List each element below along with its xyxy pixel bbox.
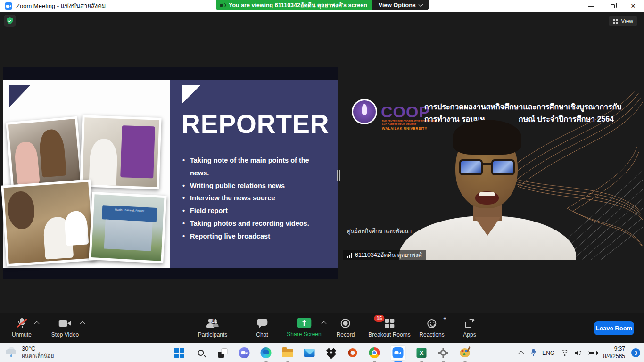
chevron-down-icon: [418, 2, 423, 7]
rain-cloud-icon: [5, 346, 18, 358]
apps-button[interactable]: Apps: [463, 318, 476, 338]
paint-icon[interactable]: [459, 347, 471, 359]
notification-badge[interactable]: 3: [631, 348, 640, 357]
view-layout-button[interactable]: View: [609, 16, 637, 26]
language-indicator[interactable]: ENG: [542, 350, 554, 356]
panel-resize-handle[interactable]: [336, 169, 341, 182]
battery-icon[interactable]: [588, 351, 597, 355]
search-button[interactable]: [195, 347, 207, 359]
zoom-window-icon: [5, 2, 12, 10]
slide-bullet-list: Taking note of the main points of the ne…: [182, 154, 324, 243]
participant-name-tag: 61110342อัดดีน ตุลยาพงศ์: [343, 250, 426, 260]
participants-count: 11: [211, 318, 217, 324]
slide-photo-panel: Radio Thailand, Phuket: [3, 80, 170, 268]
record-icon: [341, 319, 350, 328]
audio-speaker-icon: [220, 2, 226, 8]
security-shield-icon[interactable]: [4, 15, 16, 27]
file-explorer-icon[interactable]: [282, 347, 294, 359]
breakout-rooms-icon: [385, 319, 394, 328]
viewing-text: You are viewing 61110342อัดดีน ตุลยาพงศ์…: [229, 0, 367, 10]
breakout-rooms-badge: 15: [374, 315, 384, 322]
bullet-item: Writing public relations news: [182, 180, 324, 192]
record-button[interactable]: Record: [337, 318, 355, 338]
leave-room-button[interactable]: Leave Room: [594, 321, 634, 335]
meeting-stage: View Radio Thailand, Phuket REPORTER: [0, 12, 644, 343]
screen: Zoom Meeting - แข่งขันสายสังคม ✕ You are…: [0, 0, 644, 362]
teams-chat-icon[interactable]: [239, 347, 250, 359]
viewing-indicator: You are viewing 61110342อัดดีน ตุลยาพงศ์…: [216, 0, 372, 10]
photo-interview: [6, 116, 83, 189]
restore-button[interactable]: [604, 0, 620, 12]
building-facade: [104, 220, 153, 251]
screen-share-banner: You are viewing 61110342อัดดีน ตุลยาพงศ์…: [216, 0, 429, 10]
unmute-options-caret[interactable]: [34, 321, 39, 326]
close-button[interactable]: ✕: [625, 0, 641, 12]
grid-view-icon: [613, 19, 618, 24]
excel-icon[interactable]: X: [416, 347, 428, 359]
office-icon[interactable]: [347, 347, 359, 359]
windows-taskbar: 30°C ฝนตกเล็กน้อย X ENG: [0, 343, 644, 362]
view-button-label: View: [621, 18, 633, 25]
participant-name: 61110342อัดดีน ตุลยาพงศ์: [355, 250, 422, 260]
breakout-rooms-button[interactable]: 15 Breakout Rooms: [368, 318, 410, 338]
view-options-button[interactable]: View Options: [372, 0, 429, 10]
unmute-button[interactable]: Unmute: [12, 318, 32, 338]
corner-triangle-decoration: [182, 85, 200, 104]
apps-icon: [465, 319, 474, 328]
stop-video-button[interactable]: Stop Video: [51, 318, 79, 338]
slide-title: REPORTER: [182, 109, 330, 139]
corner-triangle-decoration: [9, 85, 30, 107]
tray-overflow-chevron[interactable]: [518, 351, 524, 357]
video-camera-icon: [59, 320, 71, 327]
window-title: Zoom Meeting - แข่งขันสายสังคม: [16, 0, 106, 12]
chat-bubble-icon: [257, 319, 267, 328]
chat-button[interactable]: Chat: [256, 318, 268, 338]
weather-temperature: 30°C: [22, 345, 54, 353]
tray-microphone-icon[interactable]: [530, 349, 536, 357]
start-button[interactable]: [173, 347, 185, 359]
shared-screen-slide: Radio Thailand, Phuket REPORTER Taking n…: [3, 67, 338, 279]
meeting-toolbar: Unmute Stop Video 11 Participants Chat: [0, 313, 644, 343]
video-options-caret[interactable]: [80, 321, 85, 326]
taskbar-weather-widget[interactable]: 30°C ฝนตกเล็กน้อย: [5, 345, 54, 360]
volume-icon[interactable]: [575, 350, 582, 356]
bullet-item: Taking photos and recording videos.: [182, 217, 324, 230]
task-view-button[interactable]: [217, 347, 229, 359]
reactions-smiley-icon: [428, 319, 437, 328]
speaker-person: [343, 90, 643, 260]
share-screen-icon: [297, 318, 311, 328]
settings-icon[interactable]: [438, 347, 449, 359]
wifi-icon[interactable]: [561, 350, 569, 356]
reactions-button[interactable]: + Reactions: [419, 318, 444, 338]
minimize-button[interactable]: [583, 0, 599, 12]
mail-icon[interactable]: [304, 347, 315, 359]
taskbar-app-icons: X: [173, 343, 471, 362]
speaker-video[interactable]: COOP THE CENTER FOR COOPERATIVE EDUCATIO…: [343, 90, 643, 260]
bullet-item: Reporting live broadcast: [182, 230, 324, 243]
photo-filming: [80, 115, 161, 189]
chrome-icon[interactable]: [369, 347, 380, 359]
system-tray: ENG 9:37 8/4/2565 3: [520, 343, 640, 362]
bullet-item: Field report: [182, 205, 324, 217]
edge-browser-icon[interactable]: [260, 347, 272, 359]
zoom-app-icon-active[interactable]: [390, 345, 406, 361]
share-screen-button[interactable]: Share Screen: [287, 317, 321, 337]
photo-group-selfie: [1, 180, 96, 267]
share-options-caret[interactable]: [321, 321, 326, 326]
view-options-label: View Options: [379, 2, 416, 8]
clock-time: 9:37: [603, 346, 625, 353]
weather-condition: ฝนตกเล็กน้อย: [22, 353, 54, 359]
speaker-mouth: [475, 191, 499, 205]
muted-mic-icon: [17, 318, 27, 329]
clock-date: 8/4/2565: [603, 353, 625, 361]
signal-bars-icon: [347, 253, 352, 258]
bullet-item: Interview the news source: [182, 192, 324, 205]
bullet-item: Taking note of the main points of the ne…: [182, 154, 324, 180]
participants-button[interactable]: 11 Participants: [198, 318, 228, 338]
slide-text-panel: REPORTER Taking note of the main points …: [170, 80, 338, 268]
speaker-hair: [453, 120, 521, 155]
speaker-glasses: [459, 159, 515, 177]
dropbox-icon[interactable]: [325, 347, 337, 359]
photo-radio-station-building: Radio Thailand, Phuket: [89, 192, 166, 263]
taskbar-clock[interactable]: 9:37 8/4/2565: [603, 346, 625, 360]
